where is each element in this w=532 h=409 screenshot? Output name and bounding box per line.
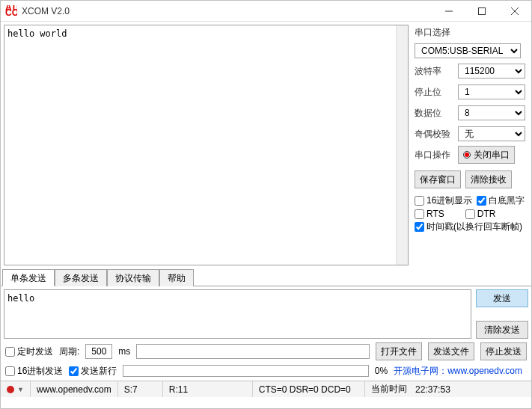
send-textarea[interactable]: hello [4,289,471,339]
status-site[interactable]: www.openedv.com [31,381,118,397]
portop-label: 串口操作 [415,149,455,162]
port-toggle-button[interactable]: 关闭串口 [458,146,515,164]
timestamp-checkbox[interactable]: 时间戳(以换行回车断帧) [415,221,522,233]
period-input[interactable] [85,344,112,359]
baud-select[interactable]: 115200 [458,64,525,79]
maximize-button[interactable] [465,1,498,22]
progress-percent: 0% [375,366,388,376]
openedv-link[interactable]: www.openedv.com [447,366,522,376]
record-icon [463,151,471,159]
white-bg-checkbox[interactable]: 白底黑字 [477,194,525,207]
scrollbar[interactable] [396,25,408,265]
status-signals: CTS=0 DSR=0 DCD=0 [253,381,365,397]
dtr-checkbox[interactable]: DTR [465,209,496,219]
receive-textarea[interactable]: hello world [4,25,408,265]
databits-select[interactable]: 8 [458,105,525,120]
port-select[interactable]: COM5:USB-SERIAL [415,43,521,58]
rts-checkbox[interactable]: RTS [415,209,444,219]
svg-rect-3 [479,7,486,14]
period-label: 周期: [59,345,79,358]
ms-label: ms [118,346,130,357]
timed-send-checkbox[interactable]: 定时发送 [5,345,53,358]
status-indicator[interactable]: ▼ [1,381,31,397]
data-label: 数据位 [415,107,455,120]
chevron-down-icon: ▼ [17,386,24,393]
parity-label: 奇偶校验 [415,128,455,141]
status-bar: ▼ www.openedv.com S:7 R:11 CTS=0 DSR=0 D… [1,381,531,397]
save-window-button[interactable]: 保存窗口 [415,170,461,188]
baud-label: 波特率 [415,65,455,78]
clear-send-button[interactable]: 清除发送 [476,321,528,339]
stopbits-select[interactable]: 1 [458,84,525,99]
window-title: XCOM V2.0 [22,6,432,16]
app-logo-icon: ATKCOM [5,5,17,17]
tab-help[interactable]: 帮助 [159,269,194,286]
link-area: 开源电子网：www.openedv.com [394,365,527,378]
stop-label: 停止位 [415,86,455,99]
send-newline-checkbox[interactable]: 发送新行 [69,365,117,378]
receive-area: hello world [4,25,409,265]
status-dot-icon [7,386,14,393]
tab-protocol[interactable]: 协议传输 [107,269,159,286]
status-sent: S:7 [118,381,163,397]
stop-send-button[interactable]: 停止发送 [480,342,527,360]
progress-bar [123,365,368,377]
status-time: 当前时间 22:37:53 [365,381,456,397]
minimize-button[interactable] [432,1,465,22]
send-button[interactable]: 发送 [476,289,528,307]
send-file-button[interactable]: 发送文件 [428,342,474,360]
serial-config-panel: 串口选择 COM5:USB-SERIAL 波特率 115200 停止位 1 数据… [412,22,531,268]
tab-multi-send[interactable]: 多条发送 [55,269,107,286]
send-tabs: 单条发送 多条发送 协议传输 帮助 [1,268,531,286]
close-button[interactable] [498,1,531,22]
status-received: R:11 [163,381,253,397]
parity-select[interactable]: 无 [458,126,525,141]
hex-display-checkbox[interactable]: 16进制显示 [415,194,472,207]
port-section-label: 串口选择 [415,26,525,39]
titlebar: ATKCOM XCOM V2.0 [1,1,531,22]
clear-receive-button[interactable]: 清除接收 [465,170,512,188]
file-path-input[interactable] [136,344,370,359]
port-toggle-label: 关闭串口 [474,149,510,162]
svg-text:COM: COM [5,7,17,17]
open-file-button[interactable]: 打开文件 [376,342,422,360]
hex-send-checkbox[interactable]: 16进制发送 [5,365,63,378]
tab-single-send[interactable]: 单条发送 [2,269,55,286]
